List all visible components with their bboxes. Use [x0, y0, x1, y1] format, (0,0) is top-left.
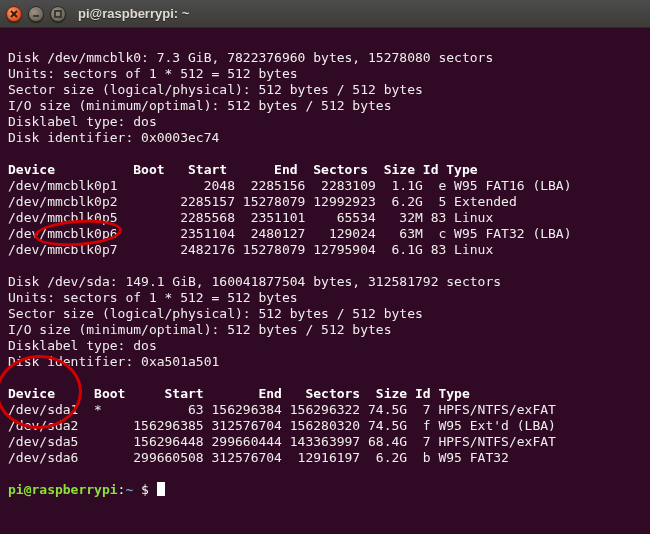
- disk1-line1: Disk /dev/sda: 149.1 GiB, 160041877504 b…: [8, 274, 501, 289]
- partition-row: /dev/sda2 156296385 312576704 156280320 …: [8, 418, 556, 433]
- prompt-userhost: pi@raspberrypi: [8, 482, 118, 497]
- window-title: pi@raspberrypi: ~: [78, 6, 189, 21]
- partition-row: /dev/mmcblk0p5 2285568 2351101 65534 32M…: [8, 210, 493, 225]
- prompt-line[interactable]: pi@raspberrypi:~ $: [8, 482, 165, 497]
- close-icon[interactable]: [6, 6, 22, 22]
- terminal-output[interactable]: Disk /dev/mmcblk0: 7.3 GiB, 7822376960 b…: [0, 28, 650, 534]
- disk0-line3: Sector size (logical/physical): 512 byte…: [8, 82, 423, 97]
- disk0-line2: Units: sectors of 1 * 512 = 512 bytes: [8, 66, 298, 81]
- disk1-line5: Disklabel type: dos: [8, 338, 157, 353]
- partition-row: /dev/sda6 299660508 312576704 12916197 6…: [8, 450, 509, 465]
- maximize-icon[interactable]: [50, 6, 66, 22]
- partition-row: /dev/mmcblk0p6 2351104 2480127 129024 63…: [8, 226, 572, 241]
- partition-row: /dev/sda5 156296448 299660444 143363997 …: [8, 434, 556, 449]
- svg-rect-0: [55, 11, 61, 17]
- partition-row: /dev/mmcblk0p1 2048 2285156 2283109 1.1G…: [8, 178, 572, 193]
- partition-row: /dev/mmcblk0p7 2482176 15278079 12795904…: [8, 242, 493, 257]
- disk0-line1: Disk /dev/mmcblk0: 7.3 GiB, 7822376960 b…: [8, 50, 493, 65]
- disk1-line2: Units: sectors of 1 * 512 = 512 bytes: [8, 290, 298, 305]
- partition-row: /dev/sda1 * 63 156296384 156296322 74.5G…: [8, 402, 556, 417]
- partition-table-header: Device Boot Start End Sectors Size Id Ty…: [8, 386, 470, 401]
- window-titlebar: pi@raspberrypi: ~: [0, 0, 650, 28]
- cursor: [157, 482, 165, 496]
- disk0-line5: Disklabel type: dos: [8, 114, 157, 129]
- disk1-line3: Sector size (logical/physical): 512 byte…: [8, 306, 423, 321]
- disk0-line6: Disk identifier: 0x0003ec74: [8, 130, 219, 145]
- minimize-icon[interactable]: [28, 6, 44, 22]
- prompt-symbol: $: [133, 482, 156, 497]
- partition-row: /dev/mmcblk0p2 2285157 15278079 12992923…: [8, 194, 517, 209]
- disk1-line4: I/O size (minimum/optimal): 512 bytes / …: [8, 322, 392, 337]
- disk1-line6: Disk identifier: 0xa501a501: [8, 354, 219, 369]
- disk0-line4: I/O size (minimum/optimal): 512 bytes / …: [8, 98, 392, 113]
- partition-table-header: Device Boot Start End Sectors Size Id Ty…: [8, 162, 478, 177]
